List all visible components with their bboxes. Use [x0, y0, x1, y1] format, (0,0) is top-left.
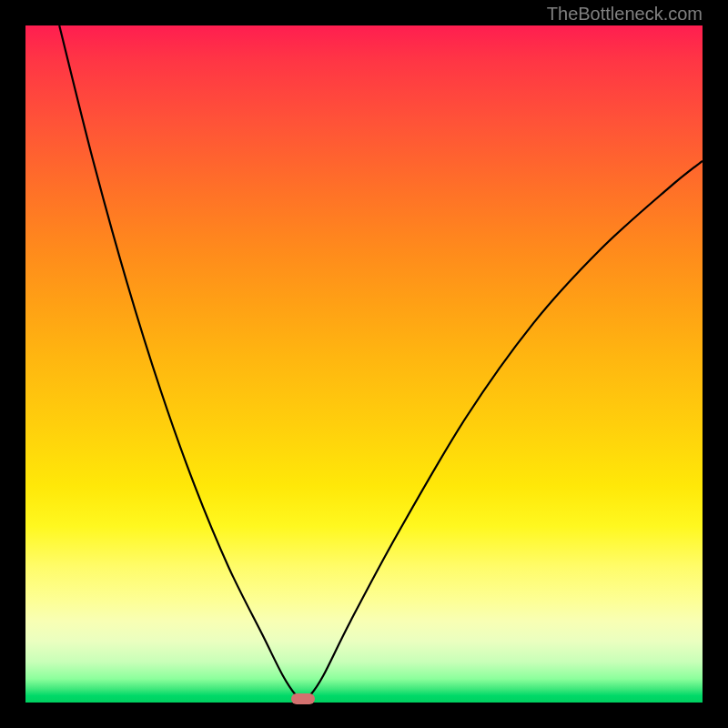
curve-path — [59, 25, 703, 699]
optimal-marker — [291, 693, 315, 704]
chart-plot-area — [25, 25, 703, 703]
bottleneck-curve — [25, 25, 703, 703]
watermark-text: TheBottleneck.com — [547, 4, 703, 25]
